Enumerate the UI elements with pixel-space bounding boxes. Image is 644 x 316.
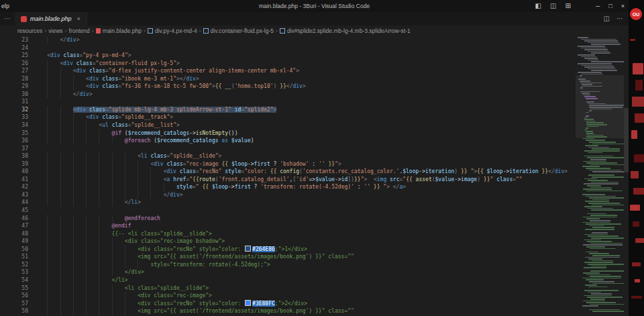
indent-guide bbox=[86, 284, 99, 293]
code-text: </div> bbox=[34, 36, 79, 44]
indent-guide bbox=[112, 246, 125, 254]
code-line[interactable]: 28<div class="ibook me-3 mt-1"></div> bbox=[0, 75, 576, 83]
toggle-panel-icon[interactable]: ◫ bbox=[550, 0, 556, 12]
minimap-line bbox=[584, 156, 613, 157]
editor-overflow-icon[interactable]: ⋯ bbox=[4, 12, 11, 25]
code-line[interactable]: 52style="transform: rotate(-4.52deg);"> bbox=[0, 261, 576, 269]
code-line[interactable]: 26<div class="container-fluid px-lg-5"> bbox=[0, 60, 576, 68]
code-line[interactable]: 31 bbox=[0, 98, 576, 106]
code-line[interactable]: 27<div class="d-flex justify-content-cen… bbox=[0, 67, 576, 75]
scrollbar-thumb[interactable] bbox=[624, 108, 629, 172]
code-line[interactable]: 57<div class="recNo" style="color: #3E88… bbox=[0, 300, 576, 308]
code-area[interactable]: 23</div>2425<div class="py-4 px-md-4">26… bbox=[0, 36, 576, 315]
code-line[interactable]: 58<img src="{{ asset('/frontend/assets/i… bbox=[0, 307, 576, 315]
code-token: "splide__slide" bbox=[170, 153, 218, 159]
symbol-icon bbox=[148, 28, 153, 34]
code-line[interactable]: 48{{-- <li class="splide__slide"> bbox=[0, 230, 576, 238]
breadcrumb-item[interactable]: div.container-fluid.px-lg-5 bbox=[203, 28, 274, 34]
code-token: div bbox=[89, 114, 99, 120]
code-line[interactable]: 29<div class="fs-36 fs-sm-18 tc-5 fw-500… bbox=[0, 83, 576, 91]
code-line[interactable]: 56<div class="rec-image"> bbox=[0, 292, 576, 300]
code-line[interactable]: 25<div class="py-4 px-md-4"> bbox=[0, 52, 576, 60]
code-line[interactable]: 37 bbox=[0, 145, 576, 153]
code-text: @endforeach bbox=[34, 215, 160, 223]
color-swatch[interactable] bbox=[245, 300, 251, 306]
minimap[interactable] bbox=[576, 37, 624, 315]
indent-guide bbox=[47, 238, 60, 246]
code-token: > bbox=[128, 52, 131, 58]
code-token: }} bbox=[541, 168, 548, 174]
breadcrumb-item[interactable]: div.py-4.px-md-4 bbox=[148, 28, 197, 34]
line-number: 25 bbox=[13, 52, 34, 60]
indent-guide bbox=[47, 60, 60, 68]
minimize-button[interactable]: ─ bbox=[596, 0, 600, 12]
code-line[interactable]: 30</div> bbox=[0, 91, 576, 99]
code-line[interactable]: 55<li class="splide__slide"> bbox=[0, 284, 576, 293]
code-line[interactable]: 35@if ($recommend_catalogs->isNotEmpty()… bbox=[0, 129, 576, 138]
indent-guide bbox=[34, 168, 47, 176]
background-window-fragment bbox=[632, 97, 644, 107]
tab-close-icon[interactable]: × bbox=[77, 15, 80, 22]
breadcrumb-item[interactable]: div#splide2.splide.mb-lg-4.mb-3.splideAr… bbox=[280, 28, 411, 34]
indent-guide bbox=[60, 191, 73, 199]
code-line[interactable]: 43</div> bbox=[0, 191, 576, 199]
indent-guide bbox=[125, 152, 138, 160]
minimap-line bbox=[588, 264, 624, 265]
code-token: div bbox=[166, 168, 176, 174]
minimap-line bbox=[584, 262, 613, 263]
code-line[interactable]: 34<ul class="splide__list"> bbox=[0, 121, 576, 129]
code-line[interactable]: 33<div class="splide__track"> bbox=[0, 113, 576, 121]
code-line[interactable]: 36@foreach ($recommend_catalogs as $valu… bbox=[0, 137, 576, 145]
code-token: <li class="splide__slide"> bbox=[125, 285, 209, 291]
indent-guide bbox=[112, 199, 125, 207]
code-line[interactable]: 45 bbox=[0, 207, 576, 215]
breadcrumb-item[interactable]: resources bbox=[17, 28, 42, 34]
code-token: ;">2</div> bbox=[275, 301, 307, 307]
indent-guide bbox=[47, 160, 60, 168]
indent-guide bbox=[99, 246, 111, 254]
tab-main-blade-php[interactable]: main.blade.php × bbox=[15, 12, 87, 25]
breadcrumb-item[interactable]: main.blade.php bbox=[96, 28, 142, 34]
code-line[interactable]: 44</li> bbox=[0, 199, 576, 207]
code-line[interactable]: 53</div> bbox=[0, 268, 576, 276]
indent-guide bbox=[138, 176, 150, 184]
code-text: </div> bbox=[34, 191, 183, 199]
code-line[interactable]: 24 bbox=[0, 44, 576, 52]
code-line[interactable]: 23</div> bbox=[0, 36, 576, 44]
code-line[interactable]: 40<div class="recNo" style="color: {{ co… bbox=[0, 168, 576, 176]
code-line[interactable]: 49<div class="rec-image bshadow"> bbox=[0, 238, 576, 246]
code-line[interactable]: 41<a href="{{route('front.catalog_detail… bbox=[0, 176, 576, 184]
toggle-sidebar-icon[interactable]: ◧ bbox=[535, 0, 541, 12]
color-swatch[interactable] bbox=[245, 246, 251, 252]
code-line[interactable]: 39<div class="rec-image {{ $loop->first … bbox=[0, 160, 576, 168]
indent-guide bbox=[125, 300, 138, 308]
code-token: : bbox=[309, 161, 319, 167]
indent-guide bbox=[73, 276, 86, 284]
indent-guide bbox=[60, 292, 73, 300]
minimap-line bbox=[592, 311, 624, 312]
minimap-line bbox=[592, 171, 624, 172]
minimap-line bbox=[590, 215, 617, 216]
customize-layout-icon[interactable]: ⊞ bbox=[566, 0, 571, 12]
code-line[interactable]: 38<li class="splide__slide"> bbox=[0, 152, 576, 160]
code-line[interactable]: 50<div class="recNo" style="color: #264E… bbox=[0, 246, 576, 254]
breadcrumb-item[interactable]: frontend bbox=[69, 28, 90, 34]
code-line[interactable]: 32<div class="splide mb-lg-4 mb-3 splide… bbox=[0, 106, 576, 114]
vertical-scrollbar[interactable] bbox=[624, 36, 629, 316]
split-editor-icon[interactable]: ◫ bbox=[604, 12, 610, 25]
code-line[interactable]: 47@endif bbox=[0, 222, 576, 230]
editor[interactable]: 23</div>2425<div class="py-4 px-md-4">26… bbox=[0, 36, 629, 316]
indent-guide bbox=[86, 300, 99, 308]
more-actions-icon[interactable]: ⋯ bbox=[616, 12, 623, 25]
minimap-line bbox=[589, 225, 604, 227]
breadcrumb-item[interactable]: views bbox=[48, 28, 62, 34]
code-line[interactable]: 51<img src="{{ asset('/frontend/assets/i… bbox=[0, 253, 576, 261]
code-line[interactable]: 46@endforeach bbox=[0, 215, 576, 223]
code-line[interactable]: 42style=" {{ $loop->first ? 'transform: … bbox=[0, 183, 576, 191]
indent-guide bbox=[73, 292, 86, 300]
close-button[interactable]: × bbox=[621, 0, 625, 12]
code-token: > bbox=[176, 60, 180, 66]
maximize-button[interactable]: □ bbox=[608, 0, 612, 12]
code-line[interactable]: 54</li> bbox=[0, 276, 576, 284]
indent-guide bbox=[34, 253, 47, 261]
